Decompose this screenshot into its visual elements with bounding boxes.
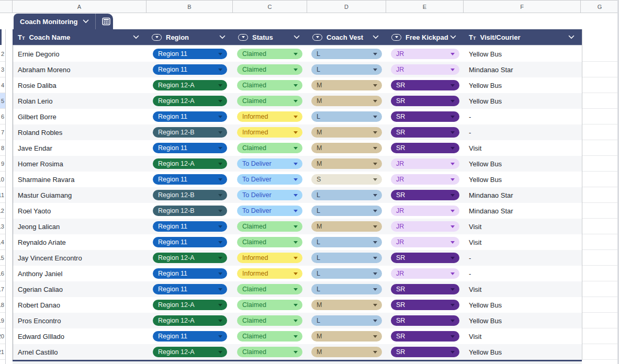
row-number[interactable]: 10 — [0, 172, 5, 187]
region-chip[interactable]: Region 11 — [153, 49, 227, 59]
region-cell[interactable]: Region 12-A — [147, 93, 233, 109]
region-cell[interactable]: Region 11 — [147, 266, 233, 281]
region-chip[interactable]: Region 12-A — [153, 80, 227, 90]
coach-vest-cell[interactable]: L — [307, 109, 386, 124]
column-header[interactable]: Coach Vest — [307, 29, 386, 45]
coach-vest-cell[interactable]: L — [307, 266, 386, 281]
free-kickpad-cell[interactable]: SR — [386, 328, 464, 344]
table-tab[interactable]: Coach Monitoring — [14, 14, 113, 29]
region-cell[interactable]: Region 12-A — [147, 344, 233, 360]
chevron-down-icon[interactable] — [373, 35, 379, 39]
row-number[interactable]: 19 — [0, 313, 5, 328]
status-chip[interactable]: Informed — [237, 268, 302, 279]
coach-vest-cell[interactable]: M — [307, 77, 386, 93]
free-kickpad-cell[interactable]: JR — [386, 156, 464, 172]
region-chip[interactable]: Region 11 — [153, 111, 227, 122]
free-kickpad-cell[interactable]: SR — [386, 109, 464, 124]
status-chip[interactable]: Informed — [237, 253, 302, 263]
region-chip[interactable]: Region 12-B — [153, 127, 227, 138]
status-cell[interactable]: To Deliver — [233, 203, 307, 219]
coach-name-cell[interactable]: Jave Endar — [13, 140, 147, 156]
free-kickpad-cell[interactable]: SR — [386, 77, 464, 93]
free-kickpad-chip[interactable]: JR — [391, 206, 459, 216]
visit-courier-cell[interactable]: Mindanao Star — [464, 187, 582, 203]
status-chip[interactable]: To Deliver — [237, 174, 302, 185]
region-cell[interactable]: Region 11 — [147, 46, 233, 62]
visit-courier-cell[interactable]: Yellow Bus — [464, 93, 582, 109]
region-chip[interactable]: Region 12-A — [153, 96, 227, 106]
coach-vest-cell[interactable]: L — [307, 203, 386, 219]
coach-vest-cell[interactable]: L — [307, 250, 386, 266]
region-chip[interactable]: Region 12-A — [153, 158, 227, 169]
coach-name-cell[interactable]: Sharmaine Ravara — [13, 172, 147, 187]
coach-name-cell[interactable]: Gilbert Borre — [13, 109, 147, 124]
status-cell[interactable]: Informed — [233, 109, 307, 124]
status-chip[interactable]: Claimed — [237, 80, 302, 90]
coach-vest-cell[interactable]: M — [307, 219, 386, 234]
coach-vest-chip[interactable]: S — [311, 174, 382, 185]
free-kickpad-chip[interactable]: JR — [391, 49, 459, 59]
status-cell[interactable]: To Deliver — [233, 156, 307, 172]
region-cell[interactable]: Region 11 — [147, 281, 233, 297]
visit-courier-cell[interactable]: Visit — [464, 281, 582, 297]
column-letter[interactable]: C — [233, 1, 307, 13]
region-cell[interactable]: Region 11 — [147, 62, 233, 77]
coach-vest-cell[interactable]: M — [307, 140, 386, 156]
free-kickpad-cell[interactable]: JR — [386, 46, 464, 62]
chevron-down-icon[interactable] — [294, 35, 300, 39]
column-letter[interactable]: F — [464, 1, 581, 13]
coach-vest-chip[interactable]: L — [311, 64, 382, 75]
row-number[interactable]: 20 — [0, 328, 5, 344]
status-chip[interactable]: Informed — [237, 127, 302, 138]
visit-courier-cell[interactable]: Visit — [464, 234, 582, 250]
region-chip[interactable]: Region 11 — [153, 174, 227, 185]
free-kickpad-cell[interactable]: JR — [386, 266, 464, 281]
free-kickpad-cell[interactable]: SR — [386, 124, 464, 140]
status-chip[interactable]: To Deliver — [237, 206, 302, 216]
status-cell[interactable]: Claimed — [233, 140, 307, 156]
free-kickpad-chip[interactable]: SR — [391, 284, 459, 294]
status-cell[interactable]: Claimed — [233, 328, 307, 344]
status-chip[interactable]: Claimed — [237, 221, 302, 232]
free-kickpad-chip[interactable]: SR — [391, 190, 459, 200]
visit-courier-cell[interactable]: - — [464, 250, 582, 266]
coach-vest-chip[interactable]: M — [311, 96, 382, 106]
free-kickpad-chip[interactable]: JR — [391, 174, 459, 185]
status-chip[interactable]: Claimed — [237, 237, 302, 247]
coach-vest-cell[interactable]: M — [307, 124, 386, 140]
status-chip[interactable]: To Deliver — [237, 190, 302, 200]
status-cell[interactable]: Informed — [233, 266, 307, 281]
status-chip[interactable]: Claimed — [237, 347, 302, 357]
coach-name-cell[interactable]: Jeong Lalican — [13, 219, 147, 234]
free-kickpad-cell[interactable]: JR — [386, 219, 464, 234]
free-kickpad-chip[interactable]: SR — [391, 331, 459, 342]
row-number[interactable]: 7 — [0, 124, 5, 140]
status-chip[interactable]: Claimed — [237, 49, 302, 59]
row-number[interactable]: 21 — [0, 344, 5, 360]
visit-courier-cell[interactable]: Yellow Bus — [464, 297, 582, 313]
region-chip[interactable]: Region 12-A — [153, 300, 227, 310]
status-chip[interactable]: Claimed — [237, 284, 302, 294]
visit-courier-cell[interactable]: Yellow Bus — [464, 313, 582, 328]
coach-name-cell[interactable]: Reynaldo Ariate — [13, 234, 147, 250]
free-kickpad-cell[interactable]: JR — [386, 172, 464, 187]
coach-vest-chip[interactable]: M — [311, 221, 382, 232]
row-number[interactable]: 14 — [0, 234, 5, 250]
column-header[interactable]: Region — [147, 29, 233, 45]
visit-courier-cell[interactable]: Yellow Bus — [464, 344, 582, 360]
status-chip[interactable]: Claimed — [237, 331, 302, 342]
row-number[interactable]: 13 — [0, 219, 5, 234]
free-kickpad-chip[interactable]: SR — [391, 315, 459, 326]
coach-vest-chip[interactable]: M — [311, 80, 382, 90]
coach-vest-chip[interactable]: L — [311, 111, 382, 122]
coach-vest-chip[interactable]: L — [311, 237, 382, 247]
row-number[interactable]: 8 — [0, 140, 5, 156]
region-cell[interactable]: Region 11 — [147, 140, 233, 156]
column-letter[interactable]: A — [13, 1, 147, 13]
row-number[interactable]: 16 — [0, 266, 5, 281]
coach-name-cell[interactable]: Ernie Degorio — [13, 46, 147, 62]
region-cell[interactable]: Region 12-A — [147, 77, 233, 93]
region-cell[interactable]: Region 12-B — [147, 187, 233, 203]
coach-vest-chip[interactable]: M — [311, 127, 382, 138]
visit-courier-cell[interactable]: Visit — [464, 328, 582, 344]
